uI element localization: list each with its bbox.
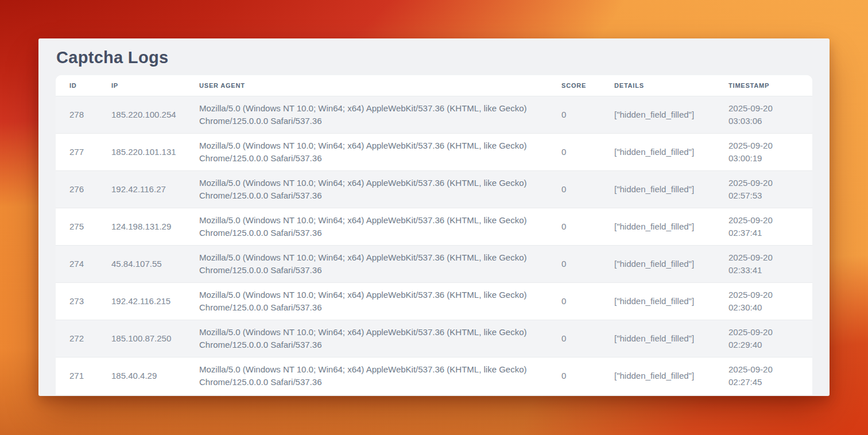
table-row: 27445.84.107.55Mozilla/5.0 (Windows NT 1… (56, 246, 812, 283)
cell-user-agent: Mozilla/5.0 (Windows NT 10.0; Win64; x64… (185, 171, 548, 208)
captcha-logs-card: Captcha Logs ID IP USER AGENT SCORE DETA… (38, 38, 830, 396)
timestamp-time: 03:00:19 (728, 152, 799, 165)
cell-details: ["hidden_field_filled"] (600, 208, 715, 246)
cell-score: 0 (548, 208, 600, 246)
cell-id: 271 (56, 358, 98, 395)
user-agent-line2: Chrome/125.0.0.0 Safari/537.36 (199, 301, 534, 314)
timestamp-date: 2025-09-20 (728, 102, 799, 115)
table-row: 278185.220.100.254Mozilla/5.0 (Windows N… (56, 96, 812, 134)
user-agent-line2: Chrome/125.0.0.0 Safari/537.36 (199, 152, 534, 165)
cell-details: ["hidden_field_filled"] (600, 96, 715, 134)
timestamp-date: 2025-09-20 (728, 177, 799, 189)
column-header-timestamp: TIMESTAMP (715, 75, 812, 96)
cell-score: 0 (548, 320, 600, 358)
column-header-score: SCORE (548, 75, 600, 96)
table-row: 275124.198.131.29Mozilla/5.0 (Windows NT… (56, 208, 812, 246)
cell-user-agent: Mozilla/5.0 (Windows NT 10.0; Win64; x64… (185, 283, 548, 320)
user-agent-line1: Mozilla/5.0 (Windows NT 10.0; Win64; x64… (199, 326, 534, 339)
cell-ip: 185.220.101.131 (98, 134, 185, 171)
user-agent-line2: Chrome/125.0.0.0 Safari/537.36 (199, 339, 534, 351)
cell-details: ["hidden_field_filled"] (600, 171, 715, 208)
cell-user-agent: Mozilla/5.0 (Windows NT 10.0; Win64; x64… (185, 320, 548, 358)
cell-ip: 185.220.100.254 (98, 96, 185, 134)
cell-id: 273 (56, 283, 98, 320)
timestamp-time: 02:33:41 (728, 264, 799, 277)
column-header-user-agent: USER AGENT (185, 75, 548, 96)
cell-id: 277 (56, 134, 98, 171)
cell-user-agent: Mozilla/5.0 (Windows NT 10.0; Win64; x64… (185, 208, 548, 246)
user-agent-line1: Mozilla/5.0 (Windows NT 10.0; Win64; x64… (199, 363, 534, 376)
cell-user-agent: Mozilla/5.0 (Windows NT 10.0; Win64; x64… (185, 246, 548, 283)
cell-details: ["hidden_field_filled"] (600, 320, 715, 358)
column-header-details: DETAILS (600, 75, 715, 96)
timestamp-date: 2025-09-20 (728, 251, 799, 264)
user-agent-line1: Mozilla/5.0 (Windows NT 10.0; Win64; x64… (199, 214, 534, 227)
table-row: 276192.42.116.27Mozilla/5.0 (Windows NT … (56, 171, 812, 208)
cell-ip: 192.42.116.215 (98, 283, 185, 320)
timestamp-time: 02:29:40 (728, 339, 799, 351)
column-header-ip: IP (98, 75, 185, 96)
user-agent-line2: Chrome/125.0.0.0 Safari/537.36 (199, 264, 534, 277)
user-agent-line1: Mozilla/5.0 (Windows NT 10.0; Win64; x64… (199, 139, 534, 152)
user-agent-line1: Mozilla/5.0 (Windows NT 10.0; Win64; x64… (199, 251, 534, 264)
logs-table: ID IP USER AGENT SCORE DETAILS TIMESTAMP… (56, 75, 812, 395)
cell-timestamp: 2025-09-2002:37:41 (715, 208, 812, 246)
cell-score: 0 (548, 283, 600, 320)
cell-id: 275 (56, 208, 98, 246)
user-agent-line1: Mozilla/5.0 (Windows NT 10.0; Win64; x64… (199, 102, 534, 115)
cell-score: 0 (548, 358, 600, 395)
cell-details: ["hidden_field_filled"] (600, 134, 715, 171)
cell-details: ["hidden_field_filled"] (600, 283, 715, 320)
timestamp-date: 2025-09-20 (728, 289, 799, 301)
cell-timestamp: 2025-09-2003:03:06 (715, 96, 812, 134)
table-header-row: ID IP USER AGENT SCORE DETAILS TIMESTAMP (56, 75, 812, 96)
cell-score: 0 (548, 171, 600, 208)
cell-user-agent: Mozilla/5.0 (Windows NT 10.0; Win64; x64… (185, 134, 548, 171)
cell-id: 274 (56, 246, 98, 283)
cell-score: 0 (548, 246, 600, 283)
page-title: Captcha Logs (56, 38, 812, 75)
table-body: 278185.220.100.254Mozilla/5.0 (Windows N… (56, 96, 812, 395)
column-header-id: ID (56, 75, 98, 96)
cell-timestamp: 2025-09-2002:29:40 (715, 320, 812, 358)
cell-id: 278 (56, 96, 98, 134)
user-agent-line2: Chrome/125.0.0.0 Safari/537.36 (199, 189, 534, 202)
logs-table-container: ID IP USER AGENT SCORE DETAILS TIMESTAMP… (56, 75, 812, 395)
cell-timestamp: 2025-09-2002:57:53 (715, 171, 812, 208)
cell-ip: 185.100.87.250 (98, 320, 185, 358)
cell-timestamp: 2025-09-2002:30:40 (715, 283, 812, 320)
cell-user-agent: Mozilla/5.0 (Windows NT 10.0; Win64; x64… (185, 358, 548, 395)
cell-details: ["hidden_field_filled"] (600, 246, 715, 283)
timestamp-time: 02:27:45 (728, 376, 799, 389)
cell-timestamp: 2025-09-2002:33:41 (715, 246, 812, 283)
table-row: 271185.40.4.29Mozilla/5.0 (Windows NT 10… (56, 358, 812, 395)
cell-ip: 124.198.131.29 (98, 208, 185, 246)
cell-score: 0 (548, 134, 600, 171)
cell-details: ["hidden_field_filled"] (600, 358, 715, 395)
user-agent-line1: Mozilla/5.0 (Windows NT 10.0; Win64; x64… (199, 289, 534, 301)
cell-ip: 45.84.107.55 (98, 246, 185, 283)
table-row: 272185.100.87.250Mozilla/5.0 (Windows NT… (56, 320, 812, 358)
user-agent-line2: Chrome/125.0.0.0 Safari/537.36 (199, 227, 534, 239)
timestamp-date: 2025-09-20 (728, 139, 799, 152)
cell-ip: 185.40.4.29 (98, 358, 185, 395)
table-row: 273192.42.116.215Mozilla/5.0 (Windows NT… (56, 283, 812, 320)
timestamp-date: 2025-09-20 (728, 326, 799, 339)
timestamp-date: 2025-09-20 (728, 214, 799, 227)
cell-id: 272 (56, 320, 98, 358)
cell-id: 276 (56, 171, 98, 208)
user-agent-line2: Chrome/125.0.0.0 Safari/537.36 (199, 115, 534, 127)
user-agent-line1: Mozilla/5.0 (Windows NT 10.0; Win64; x64… (199, 177, 534, 189)
cell-timestamp: 2025-09-2002:27:45 (715, 358, 812, 395)
timestamp-time: 02:30:40 (728, 301, 799, 314)
timestamp-time: 03:03:06 (728, 115, 799, 127)
cell-ip: 192.42.116.27 (98, 171, 185, 208)
user-agent-line2: Chrome/125.0.0.0 Safari/537.36 (199, 376, 534, 389)
timestamp-time: 02:57:53 (728, 189, 799, 202)
cell-score: 0 (548, 96, 600, 134)
cell-user-agent: Mozilla/5.0 (Windows NT 10.0; Win64; x64… (185, 96, 548, 134)
table-row: 277185.220.101.131Mozilla/5.0 (Windows N… (56, 134, 812, 171)
cell-timestamp: 2025-09-2003:00:19 (715, 134, 812, 171)
timestamp-date: 2025-09-20 (728, 363, 799, 376)
timestamp-time: 02:37:41 (728, 227, 799, 239)
